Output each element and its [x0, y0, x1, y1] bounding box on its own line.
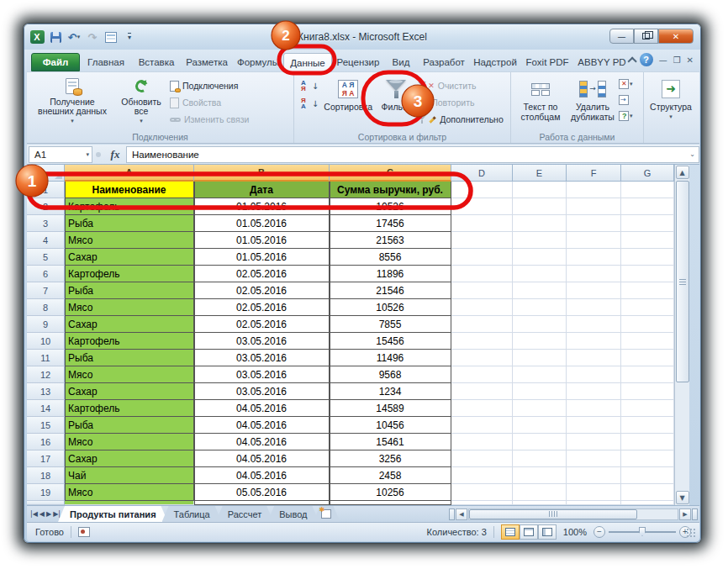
cell[interactable]: 03.05.2016 — [194, 333, 330, 350]
cell[interactable]: Сахар — [65, 383, 194, 400]
cell[interactable]: 02.05.2016 — [194, 266, 330, 282]
cell[interactable] — [451, 450, 513, 467]
restore-button[interactable] — [634, 29, 658, 44]
cell[interactable]: 11896 — [330, 266, 451, 282]
column-header-B[interactable]: B — [194, 165, 330, 182]
horizontal-scrollbar-thumb[interactable] — [469, 509, 637, 519]
ribbon-tab-abbyy-pd[interactable]: ABBYY PD — [574, 53, 630, 71]
sort-descending-button[interactable]: ЯА ↓ — [298, 96, 320, 111]
cell[interactable] — [513, 450, 567, 467]
cell[interactable] — [451, 417, 513, 434]
ribbon-tab-рецензир[interactable]: Рецензир — [332, 53, 384, 71]
cell[interactable]: 03.05.2016 — [194, 383, 330, 400]
row-header-18[interactable]: 18 — [27, 467, 65, 484]
cell[interactable] — [567, 467, 621, 484]
row-header-12[interactable]: 12 — [27, 366, 65, 383]
cell[interactable] — [451, 484, 513, 501]
tab-split-handle[interactable] — [449, 508, 455, 520]
cell[interactable]: 01.05.2016 — [194, 198, 330, 215]
cell[interactable] — [513, 333, 567, 350]
row-header-7[interactable]: 7 — [27, 282, 65, 299]
normal-view-button[interactable] — [501, 524, 520, 540]
cell[interactable] — [513, 215, 567, 232]
cell[interactable]: 03.05.2016 — [194, 366, 330, 383]
resize-grip[interactable] — [687, 529, 697, 539]
cell[interactable] — [513, 198, 567, 215]
cell[interactable] — [451, 434, 513, 450]
cell[interactable] — [621, 232, 674, 249]
cell[interactable]: Мясо — [65, 366, 194, 383]
cell[interactable] — [621, 333, 674, 350]
cell[interactable]: 01.05.2016 — [194, 249, 330, 266]
cell[interactable] — [513, 316, 567, 333]
cell[interactable] — [513, 350, 567, 366]
row-header-14[interactable]: 14 — [27, 400, 65, 417]
consolidate-button[interactable] — [619, 93, 634, 107]
cell[interactable]: Рыба — [65, 282, 194, 299]
ribbon-tab-надстрой[interactable]: Надстрой — [470, 53, 520, 71]
remove-duplicates-button[interactable]: → Удалить дубликаты — [567, 75, 619, 129]
cell[interactable] — [621, 383, 674, 400]
cell[interactable]: 21546 — [330, 282, 451, 299]
cell[interactable] — [451, 182, 513, 198]
clear-filter-button[interactable]: ✕ Очистить — [416, 78, 505, 93]
select-all-corner[interactable] — [27, 165, 65, 182]
cell[interactable] — [567, 484, 621, 501]
name-box[interactable]: A1 ▾ — [29, 146, 92, 163]
column-header-D[interactable]: D — [451, 165, 513, 182]
cell[interactable]: Картофель — [65, 333, 194, 350]
cell[interactable] — [451, 282, 513, 299]
cell[interactable]: Рыба — [65, 350, 194, 366]
cell[interactable]: Дата — [194, 182, 330, 198]
cell[interactable] — [621, 316, 674, 333]
cell[interactable]: Рыба — [65, 215, 194, 232]
cell[interactable] — [451, 366, 513, 383]
row-header-13[interactable]: 13 — [27, 383, 65, 400]
sheet-tab-вывод[interactable]: Вывод — [267, 506, 319, 522]
horizontal-scrollbar[interactable]: ◀ ▶ — [449, 506, 699, 522]
cell[interactable] — [451, 400, 513, 417]
cell[interactable]: 7855 — [330, 316, 451, 333]
cell[interactable]: 02.05.2016 — [194, 299, 330, 316]
minimize-button[interactable]: — — [609, 29, 634, 44]
cell[interactable] — [567, 282, 621, 299]
cell[interactable] — [567, 198, 621, 215]
cell[interactable] — [567, 434, 621, 450]
sheet-nav-buttons[interactable]: |◀◀ ▶▶| — [27, 506, 64, 522]
cell[interactable] — [621, 400, 674, 417]
cell[interactable] — [621, 417, 674, 434]
connections-button[interactable]: Подключения — [168, 78, 251, 93]
row-header-5[interactable]: 5 — [27, 249, 65, 266]
column-header-F[interactable]: F — [567, 165, 621, 182]
cell[interactable] — [621, 182, 674, 198]
cell[interactable] — [567, 417, 621, 434]
scroll-down-icon[interactable]: ▼ — [676, 491, 689, 504]
scrollbar-split-handle[interactable] — [692, 508, 698, 520]
advanced-filter-button[interactable]: Дополнительно — [416, 112, 505, 127]
cell[interactable]: 04.05.2016 — [194, 417, 330, 434]
properties-button[interactable]: Свойства — [168, 95, 251, 110]
cell[interactable]: 14589 — [330, 400, 451, 417]
row-header-15[interactable]: 15 — [27, 417, 65, 434]
column-header-A[interactable]: A — [65, 165, 194, 182]
cell[interactable]: 01.05.2016 — [194, 232, 330, 249]
cell[interactable]: 10256 — [330, 484, 451, 501]
ribbon-tab-формулы[interactable]: Формулы — [233, 53, 283, 71]
vertical-scrollbar-thumb[interactable] — [676, 181, 689, 382]
cell[interactable] — [513, 484, 567, 501]
cell[interactable] — [513, 434, 567, 450]
ribbon-tab-вставка[interactable]: Вставка — [132, 53, 181, 71]
cell[interactable]: 10456 — [330, 417, 451, 434]
insert-function-icon[interactable]: fx — [104, 148, 126, 161]
cell[interactable]: Мясо — [65, 484, 194, 501]
cell[interactable]: 17456 — [330, 215, 451, 232]
expand-formula-bar-icon[interactable]: ⌄ — [686, 146, 699, 163]
row-header-9[interactable]: 9 — [27, 316, 65, 333]
cell[interactable]: Рыба — [65, 417, 194, 434]
sort-button[interactable]: А ЯЯ А Сортировка — [320, 75, 376, 129]
cell[interactable]: 04.05.2016 — [194, 467, 330, 484]
cell[interactable]: 01.05.2016 — [194, 215, 330, 232]
reapply-filter-button[interactable]: Повторить — [416, 95, 505, 110]
cell[interactable]: 2458 — [330, 467, 451, 484]
cell[interactable] — [567, 400, 621, 417]
